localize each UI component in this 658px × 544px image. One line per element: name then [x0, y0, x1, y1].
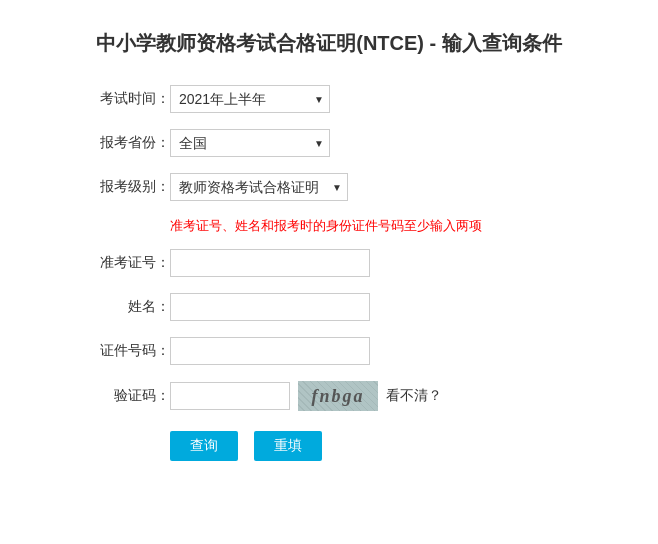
id-row: 证件号码 [90, 337, 628, 365]
page-container: 中小学教师资格考试合格证明(NTCE) - 输入查询条件 考试时间 2021年上… [0, 0, 658, 544]
name-row: 姓名 [90, 293, 628, 321]
level-label: 报考级别 [90, 178, 170, 196]
reset-button[interactable]: 重填 [254, 431, 322, 461]
captcha-row: 验证码 fnbga 看不清？ [90, 381, 628, 411]
exam-time-select-wrapper: 2021年上半年 2020年下半年 2020年上半年 2019年下半年 ▼ [170, 85, 330, 113]
page-title: 中小学教师资格考试合格证明(NTCE) - 输入查询条件 [30, 20, 628, 57]
captcha-text: fnbga [311, 386, 364, 407]
province-select[interactable]: 全国 北京 上海 广东 浙江 [170, 129, 330, 157]
level-select[interactable]: 教师资格考试合格证明 幼儿园 小学 初中 高中 [170, 173, 348, 201]
level-row: 报考级别 教师资格考试合格证明 幼儿园 小学 初中 高中 ▼ [90, 173, 628, 201]
query-button[interactable]: 查询 [170, 431, 238, 461]
province-select-wrapper: 全国 北京 上海 广东 浙江 ▼ [170, 129, 330, 157]
captcha-image[interactable]: fnbga [298, 381, 378, 411]
exam-time-label: 考试时间 [90, 90, 170, 108]
id-input[interactable] [170, 337, 370, 365]
id-label: 证件号码 [90, 342, 170, 360]
exam-time-select[interactable]: 2021年上半年 2020年下半年 2020年上半年 2019年下半年 [170, 85, 330, 113]
admission-input[interactable] [170, 249, 370, 277]
admission-label: 准考证号 [90, 254, 170, 272]
captcha-input[interactable] [170, 382, 290, 410]
button-row: 查询 重填 [170, 431, 628, 461]
error-message: 准考证号、姓名和报考时的身份证件号码至少输入两项 [170, 217, 628, 235]
captcha-label: 验证码 [90, 387, 170, 405]
exam-time-row: 考试时间 2021年上半年 2020年下半年 2020年上半年 2019年下半年… [90, 85, 628, 113]
name-label: 姓名 [90, 298, 170, 316]
province-row: 报考省份 全国 北京 上海 广东 浙江 ▼ [90, 129, 628, 157]
name-input[interactable] [170, 293, 370, 321]
province-label: 报考省份 [90, 134, 170, 152]
form-section: 考试时间 2021年上半年 2020年下半年 2020年上半年 2019年下半年… [90, 85, 628, 461]
admission-row: 准考证号 [90, 249, 628, 277]
level-select-wrapper: 教师资格考试合格证明 幼儿园 小学 初中 高中 ▼ [170, 173, 348, 201]
captcha-refresh-link[interactable]: 看不清？ [386, 387, 442, 405]
